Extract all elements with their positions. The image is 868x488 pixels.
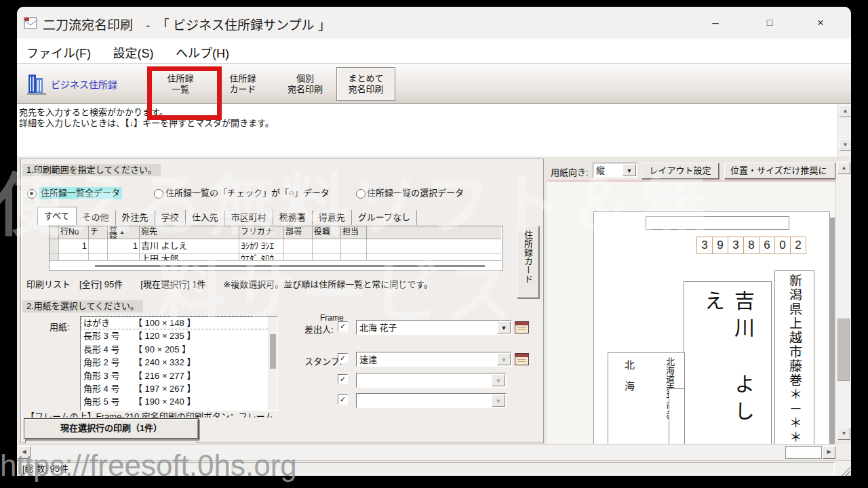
horizontal-scrollbar[interactable]: ◀ ▶ [17,444,834,460]
radio-checked-data[interactable] [154,189,163,199]
extra2-checkbox[interactable]: ✓ [338,394,348,405]
chevron-down-icon[interactable]: ▼ [492,394,505,407]
tab-1[interactable]: その他 [77,210,116,225]
status-bar: [総 数] 95件 [17,460,851,476]
paper-label: 用紙: [50,320,70,333]
paper-item[interactable]: 長形 4 号【 90 × 205 】 [81,343,277,356]
toolbar-button-address-card[interactable]: 住所録 カード [216,68,270,99]
tab-0[interactable]: すべて [37,207,77,225]
paper-item[interactable]: はがき【 100 × 148 】 [81,317,277,329]
paper-listbox[interactable]: はがき【 100 × 148 】長形 3 号【 120 × 235 】長形 4 … [80,316,278,411]
sender-combobox-value: 北海 花子 [359,322,397,333]
paper-item[interactable]: 角形 3 号【 216 × 277 】 [81,369,277,382]
menu-settings[interactable]: 設定(S) [103,39,163,61]
stamp-combobox-value: 速達 [359,354,377,365]
scroll-left-icon[interactable]: ◀ [18,446,31,459]
stamp-combobox[interactable]: 速達 ▼ [356,352,512,367]
tab-2[interactable]: 外注先 [116,210,155,225]
notice-line2: 詳細を入力したいときは、【↓】キーを押すとマスタが開きます。 [19,116,274,129]
grid-header-7[interactable]: 役職 [313,226,341,239]
paper-name: 角形 5 号 [83,395,134,408]
chevron-down-icon[interactable]: ▼ [497,353,511,365]
notice-textarea[interactable]: 宛先を入力すると検索がかかります。 詳細を入力したいときは、【↓】キーを押すとマ… [17,103,851,157]
minimize-button[interactable]: – [698,7,732,39]
address-card-side-button[interactable]: 住所録カード [517,226,539,298]
preview-scroll-thumb[interactable] [837,319,850,381]
paper-item[interactable]: 角形 5 号【 190 × 240 】 [81,395,277,408]
toolbar-button-batch-print[interactable]: まとめて 宛名印刷 [336,67,395,101]
tab-7[interactable]: 得意先 [313,210,352,225]
paper-item[interactable]: 角形 2 号【 240 × 332 】 [81,356,277,369]
notice-scrollbar[interactable]: ▲ ▼ [837,104,851,157]
grid-header-5[interactable]: フリガナ [239,226,284,239]
layout-settings-button[interactable]: レイアウト設定 [642,163,719,179]
scroll-down-icon[interactable]: ▼ [839,139,851,151]
radio-checked-data-label[interactable]: 住所録一覧の「チェック」が「○」データ [165,187,330,199]
stamp-checkbox[interactable]: ✓ [338,353,348,363]
paper-scroll-thumb[interactable] [270,334,276,369]
postal-digit: 9 [712,237,728,254]
paper-listbox-scrollbar[interactable] [269,317,277,410]
radio-selected-data-label[interactable]: 住所録一覧の選択データ [367,187,464,199]
postcard-preview-area: 3938602 吉川 よしえ 新潟県上越市藤巻＊－＊＊ 北海道赤平市赤 北海 [547,182,835,444]
chevron-down-icon[interactable]: ▼ [492,374,505,386]
menu-help[interactable]: ヘルプ(H) [166,39,239,61]
close-button[interactable]: × [804,7,837,39]
clipped-caption: 【フレームの上】Frame-210 宛名印刷の印刷ボタン：フレーム [26,409,317,418]
sender-combobox[interactable]: 北海 花子 ▼ [356,320,512,335]
grid-header-3[interactable]: 登録▲ [108,226,140,239]
grid-header-2[interactable]: チ [89,226,108,239]
tab-3[interactable]: 学校 [155,210,186,225]
grid-header-8[interactable]: 担当 [341,226,367,239]
recommend-position-button[interactable]: 位置・サイズだけ推奨に [724,163,835,179]
menu-file[interactable]: ファイル(F) [17,39,100,61]
tab-6[interactable]: 税務署 [273,210,313,225]
tab-4[interactable]: 仕入先 [186,210,225,225]
scroll-down-icon[interactable]: ▼ [837,428,850,440]
chevron-down-icon[interactable]: ▼ [497,321,511,333]
extra1-checkbox[interactable]: ✓ [338,374,348,384]
tab-5[interactable]: 市区町村 [225,210,273,225]
section1-title: 1.印刷範囲を指定してください。 [22,164,161,176]
grid-scroll-thumb[interactable] [95,265,485,267]
sender-checkbox[interactable]: ✓ [338,321,348,331]
recipient-address: 新潟県上越市藤巻＊－＊＊ [785,271,804,444]
radio-all-data-label[interactable]: 住所録一覧全データ [39,187,122,199]
radio-selected-data[interactable] [356,189,366,199]
hscroll-thumb[interactable] [785,446,822,459]
title-bar[interactable]: 二刀流宛名印刷 - 「 ビジネス住所録サンプル 」 – □ × [17,7,851,39]
extra1-combobox[interactable]: ▼ [356,373,507,388]
grid-header-4[interactable]: 宛先 [140,226,239,239]
table-row[interactable]: 上田 太郎ｳｴﾀﾞ ﾀﾛｳ [50,253,502,261]
scroll-right-icon[interactable]: ▶ [823,446,835,459]
chevron-down-icon[interactable]: ▼ [623,164,636,176]
maximize-button[interactable]: □ [753,7,787,39]
app-mode-label: ビジネス住所録 [51,64,117,104]
scroll-up-icon[interactable]: ▲ [839,105,851,117]
grid-header-1[interactable]: 行No [59,226,89,239]
grid-cell-reg [108,253,140,261]
orientation-combobox[interactable]: 縦 ▼ [593,163,637,178]
toolbar-button-individual-print[interactable]: 個別 宛名印刷 [278,68,332,99]
sort-asc-icon: ▲ [119,229,125,235]
sender-master-icon[interactable] [515,321,529,333]
table-row[interactable]: 11吉川 よしえﾖｼｶﾜ ﾖｼｴ [50,239,502,253]
tab-8[interactable]: グループなし [352,210,417,225]
scroll-up-icon[interactable]: ▲ [837,162,850,174]
extra2-combobox[interactable]: ▼ [356,393,507,408]
grid-cell-kana: ｳｴﾀﾞ ﾀﾛｳ [239,253,284,261]
paper-item[interactable]: 長形 3 号【 120 × 235 】 [81,329,277,342]
grid-header-0[interactable] [50,226,59,239]
grid-header-6[interactable]: 部署 [284,226,313,239]
address-card-side-label: 住所録カード [521,230,534,298]
radio-all-data[interactable] [27,189,37,199]
address-grid[interactable]: 行Noチ登録▲宛先フリガナ部署役職担当11吉川 よしえﾖｼｶﾜ ﾖｼｴ上田 太郎… [49,226,503,271]
postal-digit: 0 [774,237,791,254]
preview-scrollbar[interactable]: ▲ ▼ [835,161,850,441]
print-selected-button[interactable]: 現在選択行の印刷（1件） [24,418,199,439]
resize-grip[interactable] [841,466,850,476]
paper-item[interactable]: 角形 4 号【 197 × 267 】 [81,382,277,395]
paper-name: 長形 3 号 [83,329,134,342]
paper-size: 【 216 × 277 】 [134,371,195,381]
stamp-master-icon[interactable] [515,353,529,365]
